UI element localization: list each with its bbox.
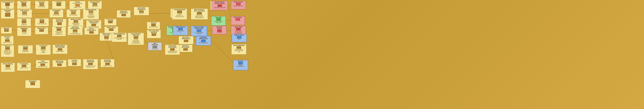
engineering-node[interactable]: Engineering(The Wheel): [52, 60, 66, 67]
advanced-flight-node[interactable]: Advanced Flight(Democracy) 1,1,8,130 Bom…: [191, 26, 207, 36]
bronze-working-node[interactable]: Bronze Working PhalanxColossus 280: [1, 63, 15, 72]
nuclear-fission-title: Nuclear Fission(Atomic Theory): [212, 1, 227, 4]
automobile-node[interactable]: Automobile (Steel) ArmorBarracks 8.310%p…: [172, 8, 187, 20]
feudalism-title: Feudalism: [52, 1, 65, 3]
navigation-node[interactable]: Navigation Coal 1,2,3,4(2)Magellan'sExpe…: [52, 26, 66, 36]
democracy-title: Democracy: [67, 10, 80, 11]
the-republic-node[interactable]: The Republic Republic govt.: [50, 9, 64, 18]
physics-node[interactable]: Physics(Mathematics): [84, 28, 99, 35]
code-of-laws-subtitle: Courthouse: [18, 14, 32, 16]
writing-icon: [22, 20, 26, 23]
democracy-node[interactable]: Democracy Democracy govt.: [66, 9, 80, 18]
iron-working-node[interactable]: Iron Working Legion 1,3,1,10: [17, 63, 31, 71]
gunpowder-icon: [88, 63, 93, 65]
plastics-node[interactable]: Plastics (Refining) 100% populationSS Co…: [231, 44, 246, 54]
mathematics-title: Mathematics: [36, 28, 48, 29]
computers-node[interactable]: Computers(Mathematics) SETI Program 600: [196, 36, 211, 46]
the-wheel-node[interactable]: The Wheel(LEA) Chariot 1,1,2,1(2): [1, 36, 14, 44]
monarchy-node[interactable]: Monarchy Monarchy govt.: [35, 1, 48, 9]
literacy-node[interactable]: Literacy Great Library 300: [35, 18, 49, 26]
superconductor-title: SuperConductor: [232, 34, 246, 36]
horseback-riding-node[interactable]: HorsebackRiding: [1, 9, 14, 19]
code-of-laws-node[interactable]: Code of Laws Courthouse: [17, 9, 32, 18]
robotics-node[interactable]: Robotics ArtillerySS Module 320: [233, 60, 248, 70]
recycling-node[interactable]: Recycling Recycling CenterCom. 200: [211, 16, 226, 26]
steam-engine-node[interactable]: Steam Engine(Physics) 4,4,4,46: [100, 33, 114, 41]
currency-title: Currency: [18, 46, 32, 47]
flight-node[interactable]: Flight (Physics) Fighter 4,10,00.1: [173, 26, 188, 35]
electricity-node[interactable]: Electricity(Philosophy): [178, 44, 192, 52]
trade-node[interactable]: Trade(Code of Laws) Caravans 2,1,1,50: [36, 60, 50, 68]
automobile-title: Automobile (Steel): [172, 9, 186, 10]
marketplace-icon: [30, 82, 35, 85]
electronics-node[interactable]: Electronics(Mathematics): [178, 36, 194, 44]
conscription-node[interactable]: Conscription(Explosives) 1,3,1,10: [134, 7, 149, 15]
map-making-node[interactable]: MapMaking 1,0,3,4(2)0,1,2,0: [17, 27, 31, 36]
industrialization-title: Industrialization(Banking): [128, 33, 144, 36]
industrialization-icon: [134, 36, 138, 39]
fusion-power-node[interactable]: Fusion Power: [231, 16, 245, 25]
refining-title: Refining: [147, 22, 160, 24]
steel-node[interactable]: SteelBattleship 18,12,4,160: [148, 42, 162, 50]
gunpowder-node[interactable]: Gunpowder(Metallurgy) Musketeers 2,3,1,3…: [83, 59, 98, 69]
monarchy-subtitle: Monarchy govt.: [36, 6, 48, 7]
nuclear-power-node[interactable]: Nuclear Power Nuclear Plant 160.2: [231, 1, 246, 9]
construction-node[interactable]: Construction ColosseumRoadsIrrigation: [36, 44, 51, 55]
railroad-node[interactable]: Railroad (Banking) Darwin's Voyage 300Ra…: [112, 33, 127, 42]
invention-node[interactable]: Invention(Library): [68, 59, 81, 66]
currency-icon: [23, 47, 28, 50]
banking-subtitle: Bank 120.3: [88, 6, 101, 7]
feudalism-node[interactable]: Feudalism: [52, 1, 66, 9]
philosophy-node[interactable]: Philosophy(Mysticism): [52, 19, 66, 26]
alphabet-node[interactable]: Alphabet A: [1, 27, 12, 34]
construction-subtitle: ColosseumRoadsIrrigation: [36, 49, 50, 53]
masonry-node[interactable]: Masonry Palace 200City Walls 130.7Great …: [1, 45, 14, 57]
ceremonial-burial-node[interactable]: Ceremonial Burial DruidTemple: [1, 1, 14, 9]
superconductor-node[interactable]: SuperConductor 200.4: [232, 34, 247, 42]
steam-engine-icon: [104, 36, 109, 39]
refining-node[interactable]: Refining Power Plant 160.4: [147, 22, 160, 29]
space-flight-title: Space Flight: [231, 26, 245, 28]
atomic-theory-node[interactable]: Atomic Theory: [104, 26, 118, 33]
bridge-building-subtitle: Roads Irrigation: [53, 51, 67, 52]
university-node[interactable]: University(Mathematics) ColosseumUnivers…: [68, 26, 83, 35]
chivalry-node[interactable]: Chivalry (Horseback Riding) Knights 1,2,…: [69, 1, 86, 9]
chemistry-node[interactable]: Chemistry: [104, 19, 116, 26]
refining-subtitle: Power Plant 160.4: [147, 26, 160, 28]
explosives-node[interactable]: Explosives(Gunpowder): [117, 10, 131, 18]
railroad-icon: [117, 35, 122, 37]
mass-production-node[interactable]: Mass Production(The Corporation) Sub 8,2…: [191, 8, 208, 20]
mysticism-node[interactable]: Mysticism Oracle 100: [17, 1, 31, 9]
the-wheel-icon: [5, 39, 10, 42]
literacy-title: Literacy: [36, 19, 48, 20]
conscription-title: Conscription(Explosives): [134, 7, 148, 10]
nuclear-power-subtitle: Nuclear Plant 160.2: [231, 6, 245, 7]
mathematics-node[interactable]: Mathematics: [35, 27, 48, 34]
physics-icon: [89, 31, 94, 34]
engineering-icon: [57, 64, 62, 66]
nuclear-fission-node[interactable]: Nuclear Fission(Atomic Theory) Manhattan…: [212, 1, 228, 10]
steam-engine-subtitle: 4,4,4,46: [100, 39, 113, 40]
the-corporation-node[interactable]: The Corporation(Banking): [147, 30, 161, 38]
conscription-icon: [139, 10, 144, 13]
invention-title: Invention(Library): [68, 60, 80, 62]
rocketry-node[interactable]: RocketryNuclear 1,9,16,160: [212, 26, 226, 34]
recycling-icon: [216, 18, 221, 20]
metallurgy-icon: [105, 63, 110, 65]
metallurgy-node[interactable]: Metallurgy(University) Cannon 1,1,1,40: [100, 59, 114, 67]
bridge-building-node[interactable]: Bridge Building(Iron Working) Roads Irri…: [52, 44, 68, 54]
industrialization-node[interactable]: Industrialization(Banking) TransportFact…: [128, 33, 144, 45]
currency-node[interactable]: Currency MarketplaceMarket 100: [18, 45, 33, 54]
construction-title: Construction: [36, 45, 50, 46]
communism-node[interactable]: Communism(Philosophy) United Nations 600…: [165, 44, 180, 55]
writing-node[interactable]: Writing DiplomatLibrary 80.1: [17, 18, 31, 26]
religion-writing-node[interactable]: Religion (Writing) CathedralJ.S.Bach'sMi…: [83, 8, 99, 20]
tech-tree: Ceremonial Burial DruidTemple Mysticism …: [0, 0, 644, 109]
computers-icon: [201, 40, 206, 42]
flight-title: Flight (Physics): [174, 26, 188, 28]
chivalry-stats: Knights 1,2,4,0: [70, 7, 85, 8]
superconductor-subtitle: 200.4: [232, 39, 246, 40]
banking-node[interactable]: Banking (Trade) Bank 120.3: [88, 1, 102, 9]
marketplace-node[interactable]: Marketplace: [25, 80, 40, 88]
chemistry-title: Chemistry: [105, 19, 116, 20]
